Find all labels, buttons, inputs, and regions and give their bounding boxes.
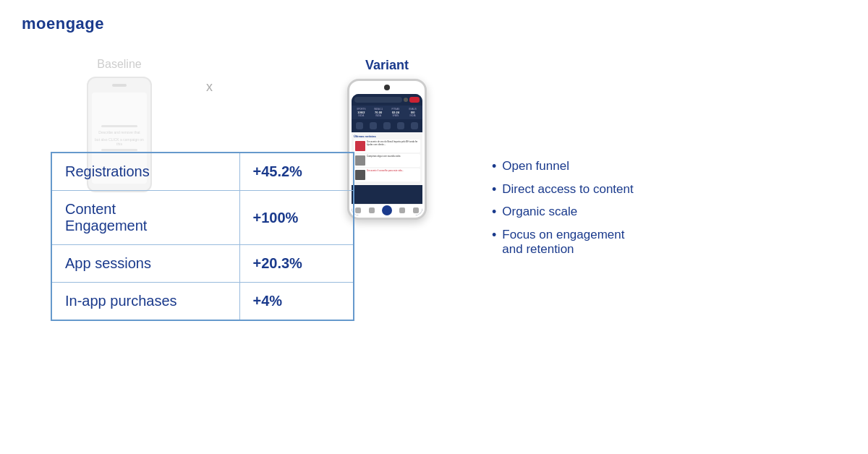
variant-notch [384,85,390,90]
stat-2: INDIA 11 70.00 INDIA [370,108,387,117]
menu-icon-4 [397,122,404,129]
left-section: Baseline Describe and remove that but al… [29,58,463,210]
menu-icon-2 [370,122,377,129]
variant-content-area: Últimas noticias Um acerto de vez do Bra… [352,132,422,185]
variant-bell-icon [404,98,408,102]
table-row: In-app purchases+4% [51,283,354,321]
list-item: Organic scale [492,205,839,220]
baseline-bar-2 [101,149,137,151]
baseline-label: Baseline [97,58,141,71]
logo-text: moengage [22,14,104,33]
baseline-bar-1 [101,125,137,127]
news-item-2: Campinas ségui com asunda calva [354,154,420,167]
list-item: Direct access to content [492,182,839,198]
stat-3: PITEAS 02:24 SPAIN [388,108,404,117]
stat-4: BSAUS 0/0 INDIA [404,108,421,117]
metric-value: +45.2% [239,153,354,191]
baseline-text-2: but also CLICK a campaign on this [92,137,147,146]
variant-red-button [409,97,420,103]
logo: moengage [22,14,104,33]
metric-label: In-app purchases [51,283,239,321]
nav-profile [399,207,405,213]
nav-center [382,205,392,215]
variant-phone: SPORTS 106/2 INDIA INDIA 11 70.00 INDIA … [347,79,427,220]
variant-group: Variant SPORTS 106/2 I [347,58,427,220]
table-row: App sessions+20.3% [51,245,354,283]
news-item-1: Um acerto de vez do Brasil Importa pelo … [354,140,420,153]
nav-settings [413,207,419,213]
bullet-list: Open funnelDirect access to contentOrgan… [492,159,839,257]
variant-search-bar [354,97,402,103]
variant-label: Variant [365,58,409,73]
news-img-2 [355,155,365,166]
metric-label: Registrations [51,153,239,191]
metric-value: +4% [239,283,354,321]
x-separator: x [206,80,213,95]
stat-1: SPORTS 106/2 INDIA [353,108,370,117]
metric-value: +20.3% [239,245,354,283]
baseline-text-1: Describe and remove that [96,130,142,134]
variant-screen: SPORTS 106/2 INDIA INDIA 11 70.00 INDIA … [352,94,422,215]
table-row: Registrations+45.2% [51,153,354,191]
metric-label: App sessions [51,245,239,283]
variant-stats-row: SPORTS 106/2 INDIA INDIA 11 70.00 INDIA … [352,106,422,119]
variant-bottom-nav [352,204,422,215]
metric-value: +100% [239,191,354,245]
main-content: Baseline Describe and remove that but al… [0,43,868,454]
variant-top-bar [352,94,422,106]
news-item-3: Um acerto fi conselho para este vida... [354,168,420,181]
menu-icon-1 [356,122,363,129]
menu-icon-5 [411,122,418,129]
metric-label: Content Engagement [51,191,239,245]
menu-icon-3 [383,122,391,129]
nav-home [355,207,361,213]
list-item: Focus on engagement and retention [492,228,839,257]
news-img-1 [355,141,365,151]
list-item: Open funnel [492,159,839,175]
news-img-3 [355,170,365,180]
right-section: Open funnelDirect access to contentOrgan… [463,58,839,264]
metrics-table: Registrations+45.2%Content Engagement+10… [51,152,354,321]
table-row: Content Engagement+100% [51,191,354,245]
nav-menu [369,207,375,213]
variant-menu-icons [352,119,422,132]
